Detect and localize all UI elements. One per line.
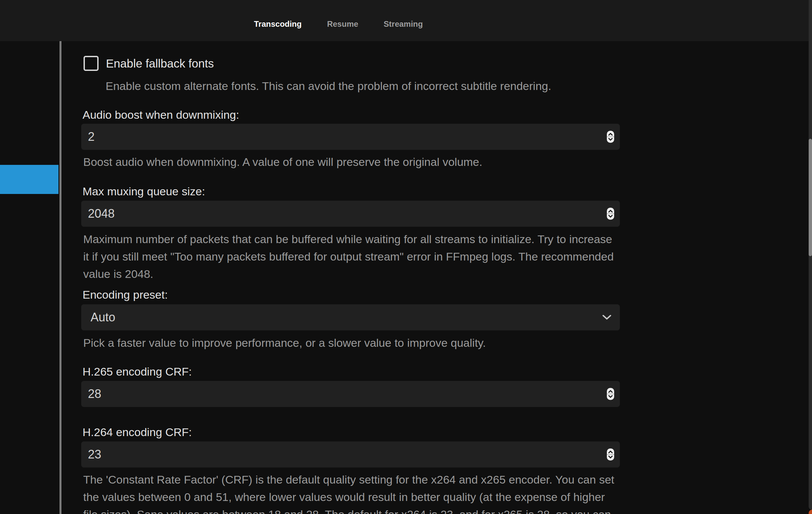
audio-boost-label: Audio boost when downmixing: <box>83 108 239 121</box>
max-muxing-field <box>81 201 620 227</box>
orange-corner-fragment <box>809 510 812 514</box>
h265-crf-label: H.265 encoding CRF: <box>83 365 192 378</box>
audio-boost-input[interactable] <box>81 124 620 150</box>
h265-crf-input[interactable] <box>81 381 620 407</box>
transcoding-settings-page: Transcoding Resume Streaming Enable fall… <box>0 0 812 514</box>
h264-crf-label: H.264 encoding CRF: <box>83 426 192 439</box>
encoding-preset-description: Pick a faster value to improve performan… <box>83 334 486 351</box>
h264-crf-field <box>81 441 620 467</box>
fallback-fonts-label[interactable]: Enable fallback fonts <box>106 57 214 70</box>
sidebar-divider <box>59 41 61 514</box>
number-spinner-icon[interactable] <box>607 388 614 400</box>
h264-crf-input[interactable] <box>81 441 620 467</box>
encoding-preset-label: Encoding preset: <box>83 288 168 301</box>
transcoding-settings-form: Enable fallback fonts Enable custom alte… <box>81 0 620 514</box>
sidebar-active-item-indicator[interactable] <box>0 165 58 194</box>
h265-crf-field <box>81 381 620 407</box>
fallback-fonts-description: Enable custom alternate fonts. This can … <box>106 77 551 94</box>
audio-boost-description: Boost audio when downmixing. A value of … <box>83 153 482 170</box>
fallback-fonts-row: Enable fallback fonts <box>84 56 214 71</box>
audio-boost-field <box>81 124 620 150</box>
number-spinner-icon[interactable] <box>607 208 614 220</box>
chevron-down-icon <box>603 315 611 320</box>
encoding-preset-select[interactable]: Auto <box>81 304 620 330</box>
encoding-preset-value: Auto <box>81 310 115 324</box>
max-muxing-description: Maximum number of packets that can be bu… <box>83 231 614 282</box>
fallback-fonts-checkbox[interactable] <box>84 56 98 71</box>
max-muxing-input[interactable] <box>81 201 620 227</box>
max-muxing-label: Max muxing queue size: <box>83 185 205 198</box>
page-scrollbar-thumb[interactable] <box>809 139 812 256</box>
number-spinner-icon[interactable] <box>607 449 614 460</box>
number-spinner-icon[interactable] <box>607 131 614 143</box>
crf-description: The 'Constant Rate Factor' (CRF) is the … <box>83 471 614 514</box>
